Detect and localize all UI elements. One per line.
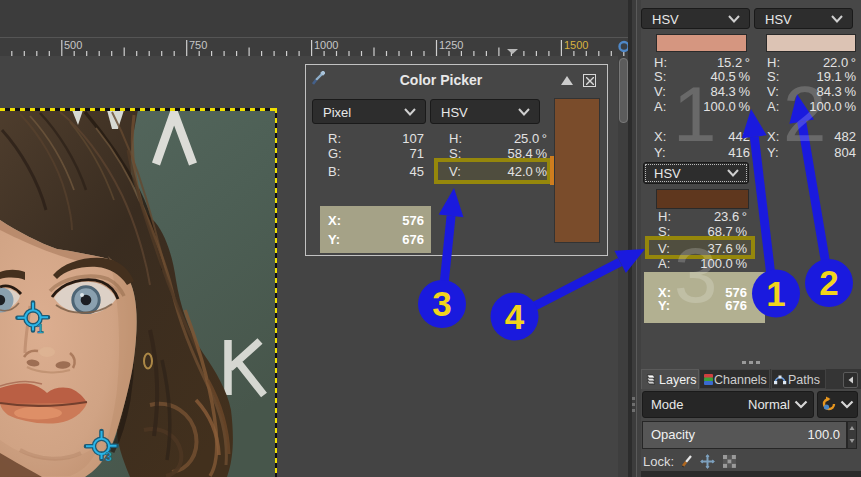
svg-text:500: 500 [64,39,82,51]
svg-text:1000: 1000 [314,39,338,51]
svg-text:1250: 1250 [439,39,463,51]
svg-text:1500: 1500 [564,39,588,51]
svg-text:750: 750 [189,39,207,51]
